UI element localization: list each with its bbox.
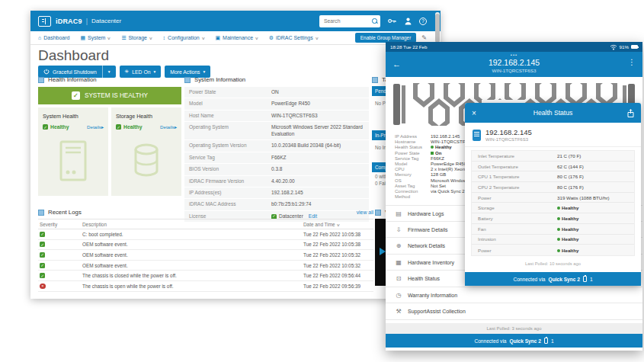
scrollbar-thumb[interactable] bbox=[435, 14, 440, 43]
nav-idrac-settings-label: iDRAC Settings bbox=[276, 35, 313, 40]
severity-error-icon: × bbox=[40, 284, 46, 290]
log-row: ✓ OEM software event. Tue 22 Feb 2022 10… bbox=[38, 261, 373, 271]
log-row: ✓ C: boot completed. Tue 22 Feb 2022 10:… bbox=[38, 229, 373, 240]
log-row: ✓ The chassis is closed while the power … bbox=[38, 271, 373, 281]
chevron-down-icon: ∨ bbox=[315, 36, 319, 40]
sysinfo-row: ModelPowerEdge R450 bbox=[184, 98, 369, 110]
sysinfo-row: BIOS Version0.3.8 bbox=[184, 164, 369, 175]
health-information-title: Health Information bbox=[48, 76, 97, 83]
search-box[interactable] bbox=[319, 15, 380, 27]
search-icon[interactable] bbox=[372, 18, 377, 24]
user-icon[interactable] bbox=[403, 17, 412, 26]
check-icon: ✓ bbox=[116, 124, 121, 130]
healthy-dot-icon bbox=[557, 238, 560, 241]
license-edition: Datacenter bbox=[91, 18, 121, 24]
play-icon[interactable] bbox=[380, 248, 386, 255]
caret-down-icon: ▾ bbox=[153, 69, 155, 74]
help-icon[interactable]: ? bbox=[419, 18, 427, 25]
home-icon: ⌂ bbox=[38, 35, 41, 40]
app-header: iDRAC9 | Datacenter ? bbox=[30, 11, 441, 31]
recent-logs-panel: Recent Logs view all Severity Descriptio… bbox=[38, 209, 373, 292]
network-globe-icon: ⊕ bbox=[395, 242, 402, 249]
wrench-icon: ⚒ bbox=[395, 308, 402, 315]
system-information-icon bbox=[184, 77, 191, 83]
health-status-icon: ⊡ bbox=[395, 275, 402, 282]
pencil-icon[interactable]: ✎ bbox=[421, 34, 427, 41]
col-datetime[interactable]: Date and Time∨ bbox=[303, 222, 373, 227]
nav-system[interactable]: ▦ System ∨ bbox=[80, 35, 111, 41]
modal-device-hostname: WIN-1TQRCSTF6S3 bbox=[485, 137, 532, 142]
modal-last-polled: Last Polled: 10 seconds ago bbox=[465, 256, 641, 272]
warranty-clock-icon: ◷ bbox=[395, 292, 402, 299]
details-arrow-icon: ▸ bbox=[175, 124, 177, 130]
modal-device-ip: 192.168.2.145 bbox=[485, 128, 532, 136]
healthy-dot-icon bbox=[557, 249, 560, 252]
nav-configuration[interactable]: ↕ Configuration ∨ bbox=[163, 35, 205, 40]
power-on-icon bbox=[431, 152, 434, 155]
storage-health-details-link[interactable]: Details▸ bbox=[160, 124, 177, 130]
key-icon[interactable] bbox=[387, 17, 396, 26]
system-information-panel: System Information Power StateON ModelPo… bbox=[184, 76, 369, 223]
nav-maintenance[interactable]: ▣ Maintenance ∨ bbox=[215, 35, 258, 41]
battery-count: 1 bbox=[590, 277, 593, 282]
configuration-icon: ↕ bbox=[163, 35, 166, 40]
idrac-browser-window: iDRAC9 | Datacenter ? ⌂ bbox=[30, 11, 441, 299]
menu-item-warranty-information[interactable]: ◷Warranty Information bbox=[386, 287, 642, 304]
sysinfo-row: Operating SystemMicrosoft Windows Server… bbox=[184, 122, 369, 140]
page-title: Dashboard bbox=[38, 47, 109, 64]
battery-icon bbox=[631, 45, 638, 49]
sysinfo-row: Service TagF66KZ bbox=[184, 152, 369, 164]
severity-ok-icon: ✓ bbox=[40, 263, 45, 268]
system-healthy-banner: ✓ SYSTEM IS HEALTHY bbox=[38, 87, 181, 104]
omm-phone-window: 18:28 Tue 22 Feb 91% ••• ← 192.168.2.145… bbox=[386, 42, 642, 351]
page-dots-icon: ••• bbox=[386, 53, 642, 57]
share-icon[interactable] bbox=[627, 109, 634, 117]
virtual-console-icon bbox=[375, 210, 381, 216]
quick-sync-battery-icon bbox=[583, 276, 587, 282]
nav-configuration-label: Configuration bbox=[168, 35, 200, 40]
caret-down-icon: ▾ bbox=[108, 69, 111, 74]
log-row: ✓ OEM software event. Tue 22 Feb 2022 10… bbox=[38, 240, 373, 251]
overflow-menu-icon[interactable]: ⋮ bbox=[628, 58, 636, 66]
system-health-details-link[interactable]: Details▸ bbox=[87, 124, 104, 130]
nav-storage[interactable]: ☰ Storage ∨ bbox=[121, 35, 152, 41]
phone-footer: Last Polled: 3 seconds ago Connected via… bbox=[386, 323, 642, 351]
quick-sync-battery-icon bbox=[544, 338, 548, 344]
wifi-icon bbox=[610, 44, 617, 50]
system-icon: ▦ bbox=[80, 35, 85, 41]
battery-count: 1 bbox=[551, 338, 554, 344]
app-name: iDRAC9 bbox=[56, 18, 82, 25]
gear-icon: ⚙ bbox=[269, 35, 274, 41]
menu-item-supportassist-collection[interactable]: ⚒SupportAssist Collection bbox=[386, 303, 642, 320]
details-arrow-icon: ▸ bbox=[101, 124, 104, 130]
tasks-icon bbox=[372, 77, 378, 83]
system-health-status: Healthy bbox=[50, 124, 69, 130]
chevron-down-icon: ∨ bbox=[107, 36, 111, 40]
nav-dashboard-label: Dashboard bbox=[43, 35, 69, 40]
storage-health-title: Storage Health bbox=[116, 113, 177, 120]
close-icon[interactable]: × bbox=[472, 109, 476, 117]
severity-ok-icon: ✓ bbox=[40, 232, 45, 237]
sysinfo-row: IP Address(es)192.168.2.145 bbox=[184, 187, 369, 199]
modal-device-row: 192.168.2.145 WIN-1TQRCSTF6S3 bbox=[465, 123, 641, 147]
nav-maintenance-label: Maintenance bbox=[223, 35, 253, 40]
chevron-down-icon: ∨ bbox=[149, 36, 152, 40]
check-icon: ✓ bbox=[72, 91, 80, 100]
nav-dashboard[interactable]: ⌂ Dashboard bbox=[38, 35, 69, 40]
phone-title-bar: ••• ← 192.168.2.145 WIN-1TQRCSTF6S3 ⋮ bbox=[386, 52, 642, 77]
inventory-icon: ▦ bbox=[395, 259, 402, 266]
view-all-link[interactable]: view all bbox=[357, 210, 373, 215]
phone-last-polled: Last Polled: 3 seconds ago bbox=[386, 323, 642, 334]
search-input[interactable] bbox=[322, 18, 367, 24]
sort-chevron-icon: ∨ bbox=[336, 223, 340, 227]
health-information-icon bbox=[38, 77, 44, 83]
power-icon bbox=[43, 69, 50, 75]
firmware-download-icon: ⇩ bbox=[395, 226, 402, 233]
modal-title: Health Status bbox=[465, 109, 641, 117]
nav-idrac-settings[interactable]: ⚙ iDRAC Settings ∨ bbox=[269, 35, 319, 41]
device-hostname: WIN-1TQRCSTF6S3 bbox=[386, 68, 642, 73]
led-icon: ✳ bbox=[125, 69, 130, 75]
chevron-down-icon: ∨ bbox=[255, 36, 258, 40]
server-illustration-icon bbox=[56, 140, 90, 181]
health-metrics-list: Inlet Temperature21 C (70 F) Outlet Temp… bbox=[471, 150, 635, 256]
